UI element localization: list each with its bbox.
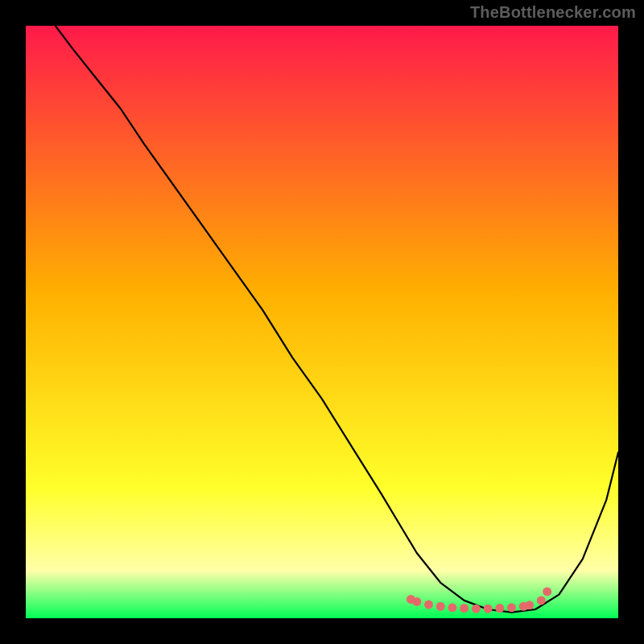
marker-point <box>495 604 504 613</box>
gradient-background <box>26 26 618 618</box>
marker-point <box>460 604 469 613</box>
marker-point <box>484 605 493 613</box>
chart-svg <box>26 26 618 618</box>
marker-point <box>537 596 546 605</box>
marker-point <box>525 601 534 609</box>
plot-area <box>26 26 618 618</box>
marker-point <box>436 602 445 611</box>
marker-point <box>472 605 481 613</box>
marker-point <box>448 603 456 612</box>
marker-point <box>507 603 516 612</box>
chart-frame: TheBottlenecker.com <box>0 0 644 644</box>
marker-point <box>543 587 551 596</box>
marker-point <box>412 597 421 606</box>
marker-point <box>424 601 433 609</box>
watermark-text: TheBottlenecker.com <box>470 3 636 22</box>
